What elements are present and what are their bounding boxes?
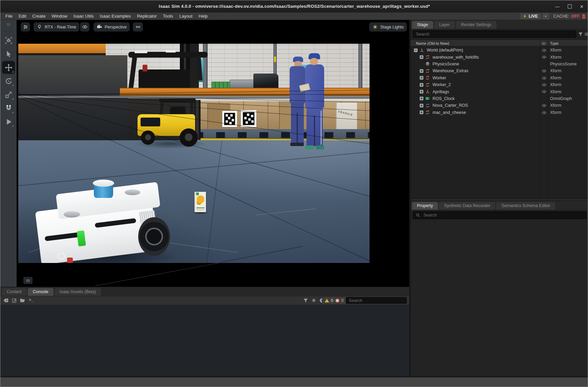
stage-tree-row-worker-2[interactable]: + Worker_2 Xform (411, 81, 588, 88)
prim-type: PhysicsScene (550, 62, 577, 66)
stage-tree-row-physicsscene[interactable]: PhysicsScene PhysicsScene (411, 61, 588, 67)
stage-tree-row-world-defaultprim-[interactable]: − World (defaultPrim) Xform (411, 47, 588, 54)
prim-name: World (defaultPrim) (427, 48, 463, 53)
expander-icon[interactable]: + (420, 55, 423, 59)
menu-item-isaac-utils[interactable]: Isaac Utils (70, 13, 97, 20)
console-output-area[interactable] (0, 305, 409, 376)
menu-item-file[interactable]: File (2, 13, 16, 20)
expander-icon[interactable]: + (420, 97, 423, 100)
expander-icon[interactable]: + (420, 76, 423, 80)
expander-icon[interactable]: + (420, 90, 423, 94)
tab-console[interactable]: Console (28, 288, 54, 296)
camera-button[interactable]: Perspective (93, 22, 130, 32)
move-tool[interactable] (2, 61, 15, 74)
stage-tree-row-apriltags[interactable]: + Apriltags Xform (411, 88, 588, 95)
panel-splitter[interactable] (411, 199, 588, 201)
clear-console-icon[interactable] (3, 298, 9, 303)
scale-tool[interactable] (2, 88, 15, 101)
visibility-eye-icon[interactable] (542, 110, 547, 115)
edit-log-icon[interactable] (12, 298, 17, 303)
tab-synthetic-data-recorder[interactable]: Synthetic Data Recorder (439, 202, 495, 210)
stage-tree-row-worker[interactable]: + Worker Xform (411, 75, 588, 81)
visibility-eye-icon[interactable] (542, 103, 547, 108)
menu-item-help[interactable]: Help (195, 13, 211, 20)
stage-lights-button[interactable]: Stage Lights (369, 22, 407, 32)
play-tool[interactable] (2, 115, 15, 128)
visibility-eye-icon[interactable] (542, 76, 547, 81)
expander-icon[interactable]: − (414, 48, 418, 52)
minimize-icon[interactable]: — (555, 4, 560, 9)
warning-icon[interactable] (324, 298, 329, 303)
forklift-red-detail (143, 65, 147, 72)
stage-tree-row-mac-and-cheese[interactable]: + mac_and_cheese Xform (411, 109, 588, 116)
asterisk-verbose-icon[interactable] (311, 298, 317, 303)
tab-semantics-schema-editor[interactable]: Semantics Schema Editor (496, 202, 555, 210)
expander-icon[interactable]: + (420, 104, 423, 107)
robot-antenna-puck (125, 189, 140, 195)
viewport-3d[interactable]: FRAGILE (17, 20, 409, 287)
renderer-button[interactable]: RTX - Real-Time (34, 22, 79, 32)
title-bar[interactable]: Isaac Sim 4.0.0 - omniverse://isaac-dev.… (0, 0, 588, 13)
stage-search-input[interactable] (413, 30, 576, 38)
visibility-eye-icon[interactable] (542, 89, 547, 94)
menu-item-create[interactable]: Create (29, 13, 48, 20)
stage-tree-row-warehouse-extras[interactable]: + Warehouse_Extras Xform (411, 67, 588, 74)
error-icon[interactable] (335, 298, 340, 303)
menu-item-window[interactable]: Window (48, 13, 70, 20)
filter-icon[interactable] (578, 32, 583, 37)
selection-mode[interactable] (2, 34, 15, 47)
close-icon[interactable]: ✕ (580, 4, 584, 9)
menu-item-replicator[interactable]: Replicator (134, 13, 160, 20)
expander-icon[interactable]: + (420, 83, 423, 87)
stage-tree-row-nova-carter-ros[interactable]: + Nova_Carter_ROS Xform (411, 102, 588, 109)
scene-shelf-beam-upper (18, 44, 106, 55)
console-search-input[interactable] (346, 297, 407, 304)
tab-isaac-assets-beta-[interactable]: Isaac Assets (Beta) (55, 288, 101, 296)
toolbar-grip-icon[interactable] (4, 22, 13, 27)
options-menu-icon[interactable] (584, 32, 588, 37)
stage-tab-bar: StageLayerRender Settings (411, 20, 588, 29)
property-search-input[interactable] (413, 211, 586, 219)
expander-icon[interactable]: + (420, 110, 423, 114)
right-panel: StageLayerRender Settings Name (Old to N… (410, 20, 588, 376)
viewport-settings-button[interactable] (21, 22, 30, 32)
menu-item-layout[interactable]: Layout (176, 13, 195, 20)
terminal-prompt-icon[interactable]: >_ (29, 298, 34, 303)
rotate-tool[interactable] (2, 75, 15, 87)
visibility-eye-icon[interactable] (542, 82, 547, 87)
sliders-icon (23, 24, 28, 30)
visibility-button[interactable] (80, 22, 89, 32)
forklift-post (128, 56, 137, 90)
menu-item-tools[interactable]: Tools (160, 13, 176, 20)
expander-icon[interactable]: + (420, 69, 423, 73)
session-button[interactable] (133, 22, 143, 32)
tab-render-settings[interactable]: Render Settings (456, 21, 497, 29)
apriltag-marker (241, 110, 256, 127)
maximize-icon[interactable] (568, 4, 572, 8)
cache-document-icon[interactable] (581, 14, 586, 19)
stage-tree-row-ros-clock[interactable]: + ROS_Clock OmniGraph (411, 95, 588, 102)
prim-name: Worker_2 (433, 82, 451, 87)
name-column-header[interactable]: Name (Old to New) (416, 41, 449, 45)
tab-layer[interactable]: Layer (434, 21, 455, 29)
select-tool[interactable] (2, 47, 15, 60)
scale-icon (4, 90, 13, 99)
visibility-eye-icon[interactable] (542, 55, 547, 60)
tab-stage[interactable]: Stage (412, 21, 433, 29)
stage-tree-header[interactable]: Name (Old to New) Type (411, 40, 588, 46)
snap-tool[interactable] (2, 102, 15, 115)
type-column-header[interactable]: Type (550, 41, 559, 45)
menu-item-isaac-examples[interactable]: Isaac Examples (97, 13, 134, 20)
tab-content[interactable]: Content (2, 288, 27, 296)
visibility-eye-icon[interactable] (542, 48, 547, 53)
move-icon (4, 63, 13, 72)
stage-tree-row-warehouse-with-forklifts[interactable]: + warehouse_with_forklifts Xform (411, 54, 588, 60)
filter-icon[interactable] (303, 298, 309, 303)
tab-property[interactable]: Property (412, 202, 438, 210)
open-log-folder-icon[interactable] (20, 298, 25, 303)
visibility-eye-icon[interactable] (542, 68, 547, 74)
renderer-label: RTX - Real-Time (45, 25, 76, 29)
menu-item-edit[interactable]: Edit (16, 13, 29, 20)
live-dropdown-button[interactable] (542, 13, 549, 19)
live-sync-button[interactable]: LIVE (520, 13, 541, 19)
